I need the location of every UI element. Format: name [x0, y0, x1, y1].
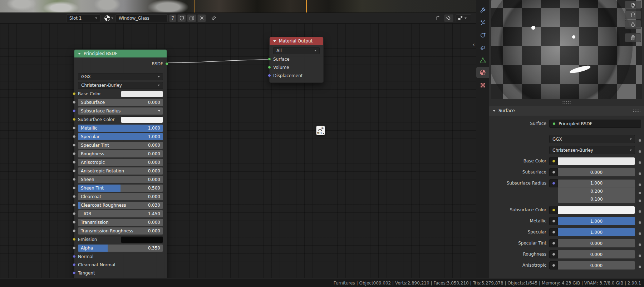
property-slider[interactable]: 1.000 — [558, 228, 635, 236]
node-slider[interactable]: Clearcoat 0.000 — [78, 193, 163, 200]
decorator-dot[interactable] — [639, 232, 641, 235]
material-name-input[interactable]: Window_Glass — [115, 14, 168, 22]
input-socket[interactable] — [73, 135, 76, 138]
node-slider[interactable]: Sheen 0.000 — [78, 176, 163, 183]
preview-world-button[interactable] — [625, 33, 641, 42]
color-swatch[interactable] — [121, 236, 163, 243]
property-slider[interactable]: 0.200 — [558, 187, 635, 195]
fake-user-shield-button[interactable] — [177, 14, 186, 22]
property-slider[interactable]: 1.000 — [558, 217, 635, 225]
material-output-node-header[interactable]: Material Output — [270, 37, 323, 45]
property-slider[interactable]: 0.000 — [558, 239, 635, 247]
property-slider[interactable]: 0.000 — [558, 250, 635, 258]
node-slider[interactable]: Subsurface 0.000 — [78, 99, 163, 106]
input-socket[interactable] — [73, 109, 76, 112]
decorator-dot[interactable] — [639, 139, 641, 142]
socket-box[interactable] — [549, 239, 558, 247]
socket-box[interactable] — [549, 168, 558, 176]
node-slider[interactable]: Transmission 0.000 — [78, 219, 163, 226]
node-slider[interactable]: Specular 1.000 — [78, 133, 163, 140]
node-slider[interactable]: Anisotropic Rotation 0.000 — [78, 167, 163, 175]
input-socket[interactable] — [73, 126, 76, 130]
input-socket[interactable] — [73, 221, 76, 224]
input-socket[interactable] — [73, 186, 76, 190]
surface-shader-field[interactable]: Principled BSDF — [549, 120, 641, 128]
surface-panel-header[interactable]: Surface — [489, 106, 644, 116]
property-select[interactable]: Christensen-Burley — [549, 146, 635, 154]
input-socket[interactable] — [73, 255, 76, 258]
input-socket[interactable] — [73, 178, 76, 181]
output-target-select[interactable]: All — [273, 47, 320, 54]
input-socket[interactable] — [73, 92, 76, 95]
decorator-dot[interactable] — [639, 183, 641, 186]
property-slider[interactable]: 0.000 — [558, 261, 635, 270]
node-slider[interactable]: Specular Tint 0.000 — [78, 142, 163, 149]
color-swatch[interactable] — [558, 206, 635, 214]
input-socket[interactable] — [268, 74, 271, 77]
input-socket[interactable] — [268, 66, 271, 69]
texture-tab[interactable] — [476, 79, 489, 91]
node-slider[interactable]: Transmission Roughness 0.000 — [78, 227, 163, 235]
collapse-triangle-icon[interactable] — [273, 40, 276, 42]
panel-resize-grip[interactable] — [562, 101, 571, 104]
input-socket[interactable] — [73, 152, 76, 155]
node-slider[interactable]: Metallic 1.000 — [78, 125, 163, 132]
node-slider[interactable]: Alpha 0.350 — [78, 245, 163, 252]
particles-tab[interactable] — [476, 17, 489, 28]
input-socket[interactable] — [73, 101, 76, 104]
input-socket[interactable] — [73, 118, 76, 121]
color-swatch[interactable] — [121, 91, 163, 97]
browse-material-button[interactable] — [104, 15, 113, 21]
node-slider[interactable]: Roughness 0.000 — [78, 150, 163, 157]
preview-shaderball-button[interactable] — [625, 1, 641, 10]
users-count-button[interactable]: 7 — [169, 14, 176, 22]
decorator-dot[interactable] — [639, 192, 641, 194]
input-socket[interactable] — [73, 161, 76, 164]
constraints-tab[interactable] — [476, 42, 489, 53]
input-socket[interactable] — [73, 246, 76, 250]
pin-button[interactable] — [211, 15, 216, 21]
preview-cloth-button[interactable] — [625, 10, 641, 19]
socket-box[interactable] — [549, 250, 558, 258]
node-select[interactable]: Christensen-Burley — [78, 82, 163, 89]
bsdf-output-socket[interactable] — [165, 62, 168, 65]
input-socket[interactable] — [73, 238, 76, 241]
collapse-triangle-icon[interactable] — [78, 53, 81, 55]
property-select[interactable]: GGX — [549, 135, 635, 143]
node-slider[interactable]: Anisotropic 0.000 — [78, 159, 163, 166]
unlink-material-button[interactable] — [197, 14, 206, 22]
decorator-dot[interactable] — [639, 255, 641, 257]
input-socket[interactable] — [73, 263, 76, 266]
modifiers-tab[interactable] — [476, 4, 489, 16]
socket-box[interactable] — [549, 206, 558, 214]
node-slider[interactable]: Clearcoat Roughness 0.030 — [78, 202, 163, 209]
input-socket[interactable] — [73, 271, 76, 275]
decorator-dot[interactable] — [639, 243, 641, 246]
decorator-dot[interactable] — [639, 210, 641, 213]
socket-box[interactable] — [549, 217, 558, 225]
decorator-dot[interactable] — [639, 161, 641, 164]
snap-target-select[interactable] — [456, 14, 471, 22]
property-slider[interactable]: 0.100 — [558, 195, 635, 203]
decorator-dot[interactable] — [639, 200, 641, 202]
decorator-dot[interactable] — [639, 172, 641, 175]
decorator-dot[interactable] — [639, 150, 641, 153]
material-tab[interactable] — [476, 67, 489, 78]
node-select[interactable]: GGX — [78, 73, 163, 80]
socket-box[interactable] — [549, 179, 558, 187]
copy-material-button[interactable] — [187, 14, 196, 22]
socket-box[interactable] — [549, 261, 558, 270]
input-socket[interactable] — [268, 57, 271, 61]
physics-tab[interactable] — [476, 29, 489, 41]
input-socket[interactable] — [73, 203, 76, 207]
panel-drag-grip-icon[interactable] — [633, 109, 640, 112]
object-data-tab[interactable] — [476, 54, 489, 66]
node-canvas[interactable]: Principled BSDF BSDF GGX Christensen-Bur… — [0, 24, 476, 278]
socket-box[interactable] — [549, 157, 558, 165]
input-socket[interactable] — [73, 144, 76, 147]
node-slider[interactable]: IOR 1.450 — [78, 210, 163, 217]
input-socket[interactable] — [73, 212, 76, 215]
input-socket[interactable] — [73, 229, 76, 232]
sidebar-collapse-arrow[interactable]: ‹ — [473, 42, 475, 47]
decorator-dot[interactable] — [639, 266, 641, 268]
